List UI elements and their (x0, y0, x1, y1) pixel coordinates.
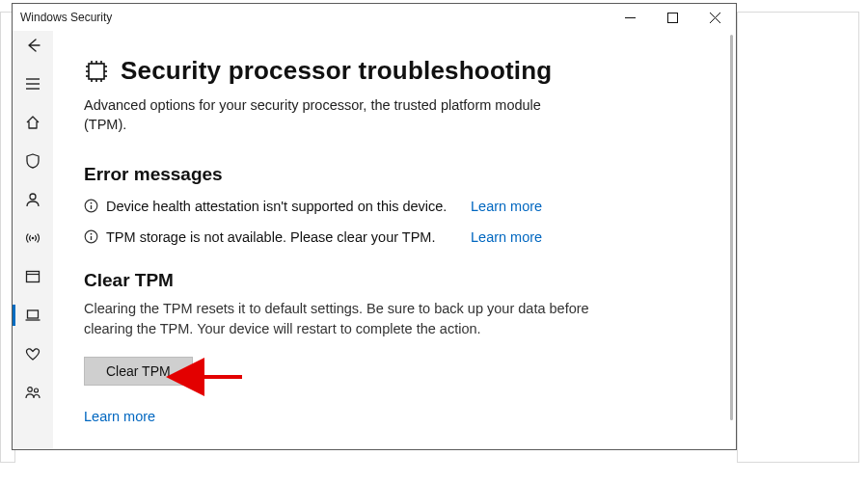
content: Security processor troubleshooting Advan… (84, 35, 715, 449)
hamburger-icon (24, 75, 41, 93)
page-subtitle: Advanced options for your security proce… (84, 95, 585, 135)
svg-rect-1 (667, 13, 677, 22)
app-window-icon (24, 268, 41, 285)
background-window-fragment (737, 12, 859, 463)
clear-tpm-heading: Clear TPM (84, 270, 715, 291)
sidebar-item-back[interactable] (13, 35, 53, 56)
sidebar-item-home[interactable] (13, 112, 53, 133)
person-icon (24, 191, 41, 208)
page-heading-row: Security processor troubleshooting (84, 56, 715, 86)
minimize-button[interactable] (609, 4, 651, 31)
svg-rect-9 (27, 272, 40, 282)
learn-more-link[interactable]: Learn more (84, 409, 155, 424)
shield-icon (24, 152, 41, 170)
close-icon (710, 13, 720, 23)
chip-icon (84, 59, 109, 84)
learn-more-link[interactable]: Learn more (471, 199, 542, 214)
maximize-button[interactable] (651, 4, 693, 31)
error-row: TPM storage is not available. Please cle… (84, 229, 715, 245)
svg-point-29 (91, 202, 93, 204)
sidebar-item-family[interactable] (13, 382, 53, 403)
error-row: Device health attestation isn't supporte… (84, 199, 715, 214)
heart-icon (24, 345, 41, 362)
laptop-icon (24, 307, 41, 324)
window-body: Security processor troubleshooting Advan… (13, 31, 736, 449)
home-icon (24, 114, 41, 131)
info-icon (84, 229, 98, 244)
info-icon (84, 199, 98, 213)
svg-rect-11 (28, 310, 39, 318)
maximize-icon (667, 13, 678, 23)
svg-point-13 (28, 388, 33, 392)
svg-point-7 (30, 194, 36, 200)
sidebar-item-virus-threat[interactable] (13, 150, 53, 172)
sidebar-item-app-browser[interactable] (13, 266, 53, 287)
main-pane: Security processor troubleshooting Advan… (53, 31, 736, 449)
sidebar-item-account[interactable] (13, 189, 53, 210)
sidebar-item-menu[interactable] (13, 73, 53, 94)
error-messages-list: Device health attestation isn't supporte… (84, 199, 715, 245)
sidebar-item-device-security[interactable] (13, 305, 53, 326)
people-icon (24, 384, 41, 401)
stage: Windows Security (0, 0, 868, 482)
sidebar-item-firewall[interactable] (13, 228, 53, 249)
window-controls (609, 4, 736, 31)
page-title: Security processor troubleshooting (121, 56, 552, 86)
arrow-left-icon (24, 37, 41, 54)
error-messages-heading: Error messages (84, 164, 715, 185)
title-bar: Windows Security (13, 4, 736, 31)
svg-point-14 (35, 388, 39, 392)
svg-point-8 (32, 237, 35, 240)
clear-tpm-description: Clearing the TPM resets it to default se… (84, 299, 614, 339)
clear-tpm-button[interactable]: Clear TPM (84, 357, 193, 386)
svg-point-32 (91, 233, 93, 235)
sidebar-item-device-health[interactable] (13, 343, 53, 364)
error-message-text: Device health attestation isn't supporte… (106, 199, 463, 214)
scrollbar[interactable] (730, 35, 733, 420)
svg-rect-15 (89, 64, 104, 79)
windows-security-window: Windows Security (12, 3, 737, 450)
error-message-text: TPM storage is not available. Please cle… (106, 229, 463, 245)
window-title: Windows Security (13, 11, 112, 24)
minimize-icon (625, 13, 636, 23)
learn-more-link[interactable]: Learn more (471, 229, 542, 245)
close-button[interactable] (693, 4, 736, 31)
radio-icon (24, 229, 41, 247)
sidebar (13, 31, 53, 449)
